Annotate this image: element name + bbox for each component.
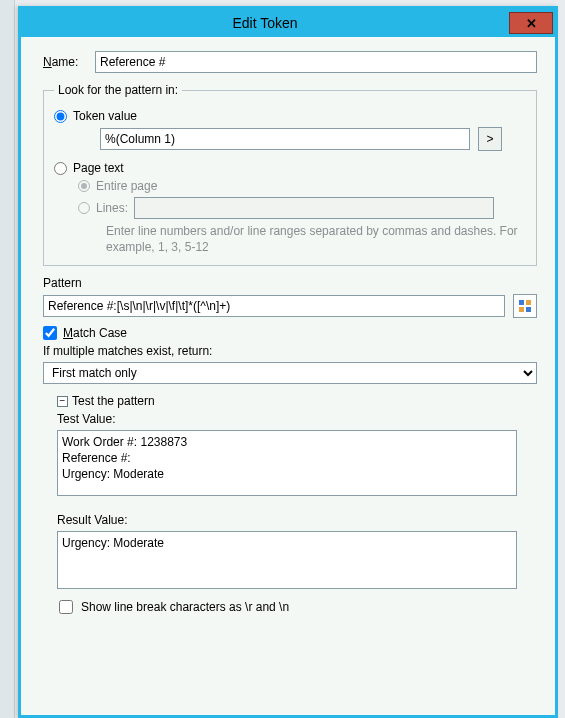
titlebar: Edit Token ✕ bbox=[21, 9, 555, 37]
multi-match-label: If multiple matches exist, return: bbox=[43, 344, 537, 358]
close-button[interactable]: ✕ bbox=[509, 12, 553, 34]
token-expand-button[interactable]: > bbox=[478, 127, 502, 151]
look-for-group: Look for the pattern in: Token value > P… bbox=[43, 83, 537, 266]
collapse-toggle[interactable]: − bbox=[57, 396, 68, 407]
page-text-label: Page text bbox=[73, 161, 124, 175]
lines-radio bbox=[78, 202, 90, 214]
chevron-right-icon: > bbox=[486, 132, 493, 146]
svg-rect-3 bbox=[526, 307, 531, 312]
match-case-checkbox[interactable] bbox=[43, 326, 57, 340]
show-linebreaks-label: Show line break characters as \r and \n bbox=[81, 600, 289, 614]
pattern-input[interactable] bbox=[43, 295, 505, 317]
look-for-legend: Look for the pattern in: bbox=[54, 83, 182, 97]
test-pattern-label: Test the pattern bbox=[72, 394, 155, 408]
name-label: Name: bbox=[43, 55, 95, 69]
lines-label: Lines: bbox=[96, 201, 128, 215]
test-value-label: Test Value: bbox=[57, 412, 537, 426]
return-select[interactable]: First match only bbox=[43, 362, 537, 384]
name-input[interactable] bbox=[95, 51, 537, 73]
edit-token-dialog: Edit Token ✕ Name: Look for the pattern … bbox=[18, 6, 558, 718]
entire-page-label: Entire page bbox=[96, 179, 157, 193]
close-icon: ✕ bbox=[526, 16, 537, 31]
test-value-area[interactable] bbox=[57, 430, 517, 496]
lines-input bbox=[134, 197, 494, 219]
window-title: Edit Token bbox=[21, 15, 509, 31]
token-value-input[interactable] bbox=[100, 128, 470, 150]
lines-hint: Enter line numbers and/or line ranges se… bbox=[106, 223, 526, 255]
match-case-label: Match Case bbox=[63, 326, 127, 340]
svg-rect-0 bbox=[519, 300, 524, 305]
grid-icon bbox=[518, 299, 532, 313]
page-text-radio[interactable] bbox=[54, 162, 67, 175]
pattern-builder-button[interactable] bbox=[513, 294, 537, 318]
svg-rect-1 bbox=[526, 300, 531, 305]
entire-page-radio bbox=[78, 180, 90, 192]
token-value-radio[interactable] bbox=[54, 110, 67, 123]
minus-icon: − bbox=[60, 396, 66, 406]
show-linebreaks-checkbox[interactable] bbox=[59, 600, 73, 614]
token-value-label: Token value bbox=[73, 109, 137, 123]
pattern-label: Pattern bbox=[43, 276, 537, 290]
result-value-area bbox=[57, 531, 517, 589]
svg-rect-2 bbox=[519, 307, 524, 312]
result-value-label: Result Value: bbox=[57, 513, 537, 527]
